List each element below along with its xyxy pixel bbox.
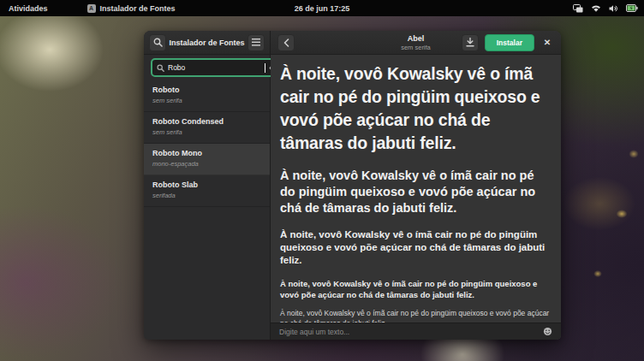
download-button[interactable] xyxy=(462,34,479,51)
menu-button[interactable] xyxy=(247,34,265,51)
left-headerbar: Instalador de Fontes xyxy=(144,31,270,55)
preview-paragraph-xs: À noite, vovô Kowalsky vê o ímã cair no … xyxy=(280,308,551,323)
search-entry[interactable] xyxy=(151,58,284,77)
font-row-roboto-slab[interactable]: Roboto Slab serifada xyxy=(144,175,270,207)
activities-button[interactable]: Atividades xyxy=(9,4,48,13)
focused-app-name: Instalador de Fontes xyxy=(100,4,176,13)
font-style: mono-espaçada xyxy=(152,160,270,168)
window-title: Instalador de Fontes xyxy=(166,38,247,47)
search-toggle-button[interactable] xyxy=(149,34,166,51)
system-status-area[interactable] xyxy=(573,0,638,16)
headerbar-actions: Instalar ✕ xyxy=(462,34,554,51)
input-source-icon xyxy=(573,4,583,13)
app-icon: A xyxy=(87,4,96,13)
emoji-picker-button[interactable] xyxy=(543,327,552,336)
font-list-pane: Instalador de Fontes Roboto sem serifa xyxy=(144,31,271,340)
text-caret xyxy=(265,63,265,73)
install-button[interactable]: Instalar xyxy=(485,34,534,51)
font-style: sem serifa xyxy=(152,128,270,136)
font-name: Roboto Mono xyxy=(152,149,270,157)
hamburger-icon xyxy=(252,38,260,46)
preview-paragraph-md: À noite, vovô Kowalsky vê o ímã cair no … xyxy=(280,228,551,267)
font-row-roboto[interactable]: Roboto sem serifa xyxy=(144,80,270,112)
font-row-roboto-mono[interactable]: Roboto Mono mono-espaçada xyxy=(144,144,270,175)
preview-font-title: Abel xyxy=(401,34,431,43)
close-window-button[interactable]: ✕ xyxy=(540,34,554,51)
font-style: sem serifa xyxy=(152,97,270,104)
font-name: Roboto Condensed xyxy=(152,117,270,126)
font-name: Roboto Slab xyxy=(152,180,270,189)
font-name: Roboto xyxy=(152,86,270,94)
font-installer-window: Instalador de Fontes Roboto sem serifa xyxy=(144,31,561,340)
clock[interactable]: 26 de jun 17:25 xyxy=(295,4,350,13)
download-icon xyxy=(466,38,474,47)
search-icon xyxy=(157,64,164,72)
wifi-icon xyxy=(591,4,601,13)
volume-icon xyxy=(609,4,618,13)
focused-app-menu[interactable]: A Instalador de Fontes xyxy=(87,4,176,13)
font-list: Roboto sem serifa Roboto Condensed sem s… xyxy=(144,80,270,340)
right-headerbar: Abel sem serifa Instalar ✕ xyxy=(271,31,561,55)
search-row xyxy=(144,55,270,80)
preview-paragraph-xl: À noite, vovô Kowalsky vê o ímã cair no … xyxy=(280,62,551,155)
font-row-roboto-condensed[interactable]: Roboto Condensed sem serifa xyxy=(144,112,270,144)
preview-paragraph-sm: À noite, vovô Kowalsky vê o ímã cair no … xyxy=(280,278,551,300)
back-button[interactable] xyxy=(277,34,295,51)
battery-icon xyxy=(626,4,638,12)
custom-text-input[interactable] xyxy=(279,328,536,336)
search-icon xyxy=(153,38,163,47)
font-preview-pane: Abel sem serifa Instalar ✕ À noite, vovô… xyxy=(271,31,561,340)
search-input[interactable] xyxy=(168,63,263,72)
smiley-icon xyxy=(543,327,552,336)
preview-title-block: Abel sem serifa xyxy=(401,34,431,51)
font-style: serifada xyxy=(152,192,270,199)
preview-font-subtitle: sem serifa xyxy=(401,44,431,51)
preview-paragraph-lg: À noite, vovô Kowalsky vê o ímã cair no … xyxy=(280,168,551,216)
chevron-left-icon xyxy=(283,38,289,47)
custom-preview-text-bar xyxy=(271,323,561,340)
font-preview-area: À noite, vovô Kowalsky vê o ímã cair no … xyxy=(271,55,561,323)
top-bar: Atividades A Instalador de Fontes 26 de … xyxy=(0,0,644,16)
